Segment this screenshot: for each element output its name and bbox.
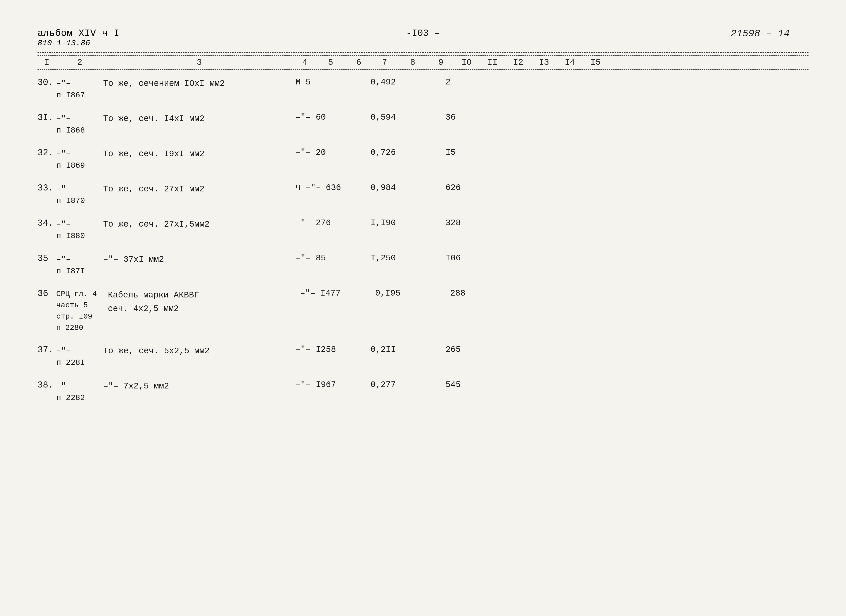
row-num-33: 33. (38, 183, 56, 193)
row-qty-30: 2 (445, 77, 492, 87)
row-weight-38: 0,277 (370, 380, 445, 390)
row-desc-34: То же, сеч. 27xI,5мм2 (103, 218, 295, 231)
row-desc-32: То же, сеч. I9xI мм2 (103, 148, 295, 160)
row-ref-33: –"– п I870 (56, 183, 103, 207)
row-desc-36-line2: сеч. 4x2,5 мм2 (108, 302, 300, 316)
table-row: 33. –"– п I870 То же, сеч. 27xI мм2 ч –"… (38, 177, 808, 213)
row-ref-33-line1: –"– (56, 183, 103, 195)
row-qty-32: I5 (445, 148, 492, 157)
row-unit-35: –"– 85 (295, 253, 370, 263)
row-num-32: 32. (38, 148, 56, 158)
row-ref-35: –"– п I87I (56, 253, 103, 277)
row-unit-30: М 5 (295, 77, 370, 87)
row-ref-33-line2: п I870 (56, 195, 103, 207)
row-num-30: 30. (38, 77, 56, 88)
col-header-4: 4 (295, 58, 314, 67)
row-ref-32-line1: –"– (56, 148, 103, 160)
album-subtitle: 810-1-13.86 (38, 39, 120, 48)
table-container: 30. –"– п I867 То же, сечением IOxI мм2 … (38, 72, 808, 410)
col-header-13: I3 (535, 58, 554, 67)
col-header-10: IO (457, 58, 476, 67)
row-ref-37: –"– п 228I (56, 345, 103, 369)
row-weight-34: I,I90 (370, 218, 445, 228)
col-header-9: 9 (432, 58, 450, 67)
row-ref-31-line1: –"– (56, 113, 103, 125)
col-header-14: I4 (560, 58, 579, 67)
album-info: альбом XIV ч I 810-1-13.86 (38, 28, 120, 48)
row-ref-36-line3: стр. I09 (56, 311, 108, 322)
row-num-37: 37. (38, 345, 56, 355)
table-row: 30. –"– п I867 То же, сечением IOxI мм2 … (38, 72, 808, 107)
row-unit-34: –"– 276 (295, 218, 370, 228)
col-header-6: 6 (350, 58, 368, 67)
row-weight-32: 0,726 (370, 148, 445, 157)
col-header-5: 5 (321, 58, 340, 67)
row-num-35: 35 (38, 253, 56, 263)
col-header-2: 2 (56, 58, 103, 67)
row-ref-32-line2: п I869 (56, 160, 103, 172)
row-ref-34-line2: п I880 (56, 230, 103, 242)
table-row: 38. –"– п 2282 –"– 7x2,5 мм2 –"– I967 0,… (38, 374, 808, 410)
col-header-3: 3 (103, 58, 295, 67)
row-unit-38: –"– I967 (295, 380, 370, 390)
row-qty-37: 265 (445, 345, 492, 354)
row-unit-37: –"– I258 (295, 345, 370, 354)
row-ref-38: –"– п 2282 (56, 380, 103, 404)
row-qty-31: 36 (445, 113, 492, 122)
row-weight-33: 0,984 (370, 183, 445, 193)
col-header-8: 8 (403, 58, 422, 67)
row-ref-31: –"– п I868 (56, 113, 103, 137)
row-ref-36: СРЦ гл. 4 часть 5 стр. I09 п 2280 (56, 288, 108, 334)
row-ref-34: –"– п I880 (56, 218, 103, 242)
row-desc-38: –"– 7x2,5 мм2 (103, 380, 295, 393)
row-unit-33: ч –"– 636 (295, 183, 370, 193)
row-desc-33: То же, сеч. 27xI мм2 (103, 183, 295, 196)
row-desc-37: То же, сеч. 5x2,5 мм2 (103, 345, 295, 357)
table-row: 36 СРЦ гл. 4 часть 5 стр. I09 п 2280 Каб… (38, 283, 808, 339)
row-ref-37-line1: –"– (56, 345, 103, 357)
col-header-15: I5 (586, 58, 605, 67)
row-ref-31-line2: п I868 (56, 125, 103, 137)
row-qty-35: I06 (445, 253, 492, 263)
table-row: 37. –"– п 228I То же, сеч. 5x2,5 мм2 –"–… (38, 339, 808, 374)
album-title: альбом XIV ч I (38, 28, 120, 39)
row-qty-33: 626 (445, 183, 492, 193)
row-ref-30-line2: п I867 (56, 90, 103, 101)
table-row: 3I. –"– п I868 То же, сеч. I4xI мм2 –"– … (38, 107, 808, 142)
row-ref-30-line1: –"– (56, 77, 103, 90)
row-ref-38-line1: –"– (56, 380, 103, 392)
col-header-1: I (38, 58, 56, 67)
row-ref-30: –"– п I867 (56, 77, 103, 101)
col-header-7: 7 (375, 58, 394, 67)
row-weight-31: 0,594 (370, 113, 445, 122)
header-divider (38, 52, 808, 53)
row-ref-36-line2: часть 5 (56, 300, 108, 311)
table-row: 34. –"– п I880 То же, сеч. 27xI,5мм2 –"–… (38, 213, 808, 248)
doc-number: -I03 – (406, 28, 440, 39)
row-qty-34: 328 (445, 218, 492, 228)
row-ref-36-line1: СРЦ гл. 4 (56, 288, 108, 300)
row-desc-36: Кабель марки АКВВГ сеч. 4x2,5 мм2 (108, 288, 300, 316)
column-headers-row: I 2 3 4 5 6 7 8 9 IO II I2 I3 I4 I5 (38, 55, 808, 70)
row-desc-30: То же, сечением IOxI мм2 (103, 77, 295, 90)
row-num-36: 36 (38, 288, 56, 298)
row-unit-32: –"– 20 (295, 148, 370, 157)
table-row: 35 –"– п I87I –"– 37xI мм2 –"– 85 I,250 … (38, 248, 808, 283)
row-qty-36: 288 (450, 288, 497, 298)
row-num-34: 34. (38, 218, 56, 228)
doc-ref: 21598 – 14 (731, 28, 790, 40)
row-num-38: 38. (38, 380, 56, 390)
row-ref-38-line2: п 2282 (56, 392, 103, 404)
row-desc-35: –"– 37xI мм2 (103, 253, 295, 266)
header-section: альбом XIV ч I 810-1-13.86 -I03 – 21598 … (38, 28, 808, 48)
row-weight-35: I,250 (370, 253, 445, 263)
col-header-11: II (483, 58, 502, 67)
row-desc-31: То же, сеч. I4xI мм2 (103, 113, 295, 125)
row-unit-36: –"– I477 (300, 288, 375, 298)
table-row: 32. –"– п I869 То же, сеч. I9xI мм2 –"– … (38, 142, 808, 177)
row-ref-35-line2: п I87I (56, 265, 103, 277)
row-weight-37: 0,2II (370, 345, 445, 354)
row-ref-34-line1: –"– (56, 218, 103, 230)
row-weight-30: 0,492 (370, 77, 445, 87)
row-ref-37-line2: п 228I (56, 357, 103, 369)
